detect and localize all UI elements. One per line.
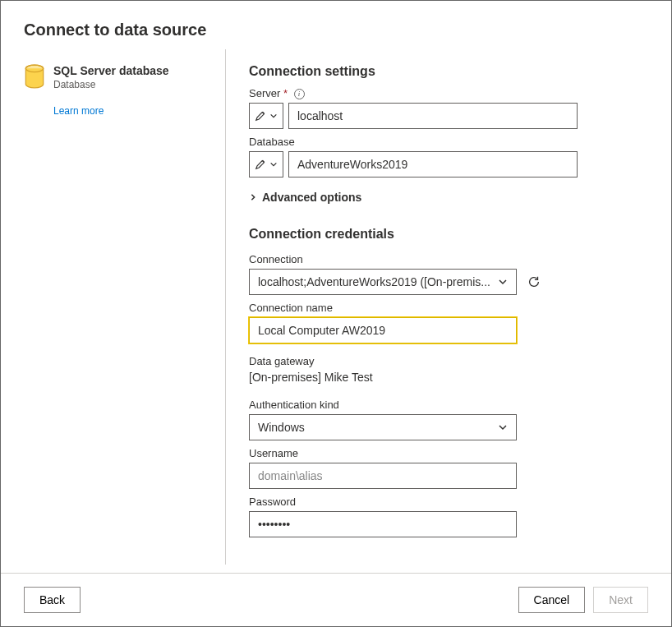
server-label: Server * i [249,87,648,99]
connection-label: Connection [249,253,648,265]
learn-more-link[interactable]: Learn more [53,105,209,117]
auth-select[interactable]: Windows [249,414,517,440]
chevron-down-icon [269,160,278,168]
page-title: Connect to data source [24,21,648,39]
chevron-down-icon [498,277,508,287]
connection-name-label: Connection name [249,302,648,314]
advanced-options-toggle[interactable]: Advanced options [249,191,648,204]
next-button: Next [593,587,648,613]
refresh-icon[interactable] [527,274,541,289]
connection-name-input[interactable] [249,317,517,343]
server-mode-button[interactable] [249,103,283,129]
pencil-icon [255,159,266,170]
back-button[interactable]: Back [24,587,81,613]
settings-title: Connection settings [249,64,648,79]
chevron-down-icon [269,112,278,120]
server-input[interactable] [288,103,578,129]
database-input[interactable] [288,151,578,177]
info-icon[interactable]: i [294,89,305,99]
gateway-value: [On-premises] Mike Test [249,371,648,384]
password-label: Password [249,496,648,508]
chevron-down-icon [498,422,508,432]
username-label: Username [249,447,648,459]
database-label: Database [249,136,648,148]
gateway-label: Data gateway [249,355,648,367]
chevron-right-icon [249,192,257,202]
datasource-type: Database [53,79,169,90]
username-input[interactable] [249,463,517,489]
connection-select[interactable]: localhost;AdventureWorks2019 ([On-premis… [249,269,517,295]
database-icon [24,64,45,90]
pencil-icon [255,110,266,122]
auth-label: Authentication kind [249,399,648,411]
password-input[interactable] [249,511,517,537]
datasource-name: SQL Server database [53,64,169,77]
database-mode-button[interactable] [249,151,283,177]
cancel-button[interactable]: Cancel [518,587,586,613]
credentials-title: Connection credentials [249,227,648,242]
sidebar: SQL Server database Database Learn more [24,49,226,565]
